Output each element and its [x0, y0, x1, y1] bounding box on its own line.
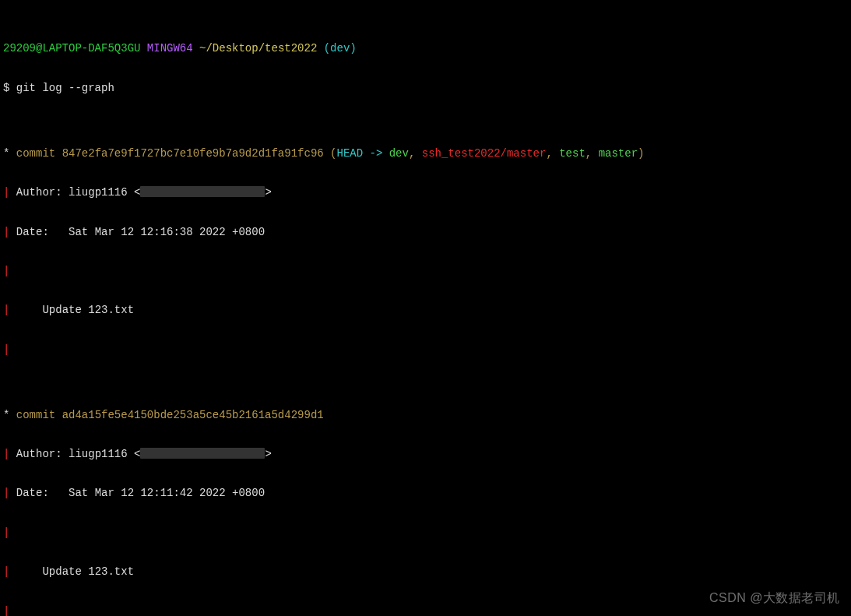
watermark: CSDN @大数据老司机	[709, 590, 840, 605]
commit-author: | Author: liugp1116 <>	[3, 186, 848, 199]
prompt-branch: (dev)	[324, 42, 357, 55]
commit-hash-line: * commit ad4a15fe5e4150bde253a5ce45b2161…	[3, 409, 848, 422]
commit-message: | Update 123.txt	[3, 304, 848, 317]
commit-hash-line: * commit 847e2fa7e9f1727bc7e10fe9b7a9d2d…	[3, 147, 848, 160]
ref-local: dev	[389, 147, 409, 160]
prompt-path: ~/Desktop/test2022	[199, 42, 317, 55]
graph-star: *	[3, 147, 16, 160]
commit-hash: 847e2fa7e9f1727bc7e10fe9b7a9d2d1fa91fc96	[62, 147, 324, 160]
terminal[interactable]: 29209@LAPTOP-DAF5Q3GU MINGW64 ~/Desktop/…	[0, 0, 851, 616]
redacted-email	[140, 186, 265, 197]
prompt-line: 29209@LAPTOP-DAF5Q3GU MINGW64 ~/Desktop/…	[3, 42, 848, 55]
ref-head: HEAD ->	[337, 147, 389, 160]
blank: |	[3, 526, 848, 540]
commit-hash: ad4a15fe5e4150bde253a5ce45b2161a5d4299d1	[62, 409, 324, 421]
command-line: $ git log --graph	[3, 82, 848, 95]
ref-local: test	[559, 147, 586, 160]
ref-remote: ssh_test2022/master	[422, 147, 547, 160]
blank: |	[3, 343, 848, 357]
commit-message: | Update 123.txt	[3, 565, 848, 579]
ref-local: master	[599, 147, 638, 160]
redacted-email	[140, 448, 265, 459]
commit-author: | Author: liugp1116 <>	[3, 448, 848, 461]
prompt-host: MINGW64	[147, 42, 193, 55]
commit-date: | Date: Sat Mar 12 12:11:42 2022 +0800	[3, 487, 848, 500]
blank: |	[3, 605, 848, 616]
prompt-user: 29209@LAPTOP-DAF5Q3GU	[3, 42, 140, 55]
commit-date: | Date: Sat Mar 12 12:16:38 2022 +0800	[3, 226, 848, 239]
blank: |	[3, 265, 848, 278]
